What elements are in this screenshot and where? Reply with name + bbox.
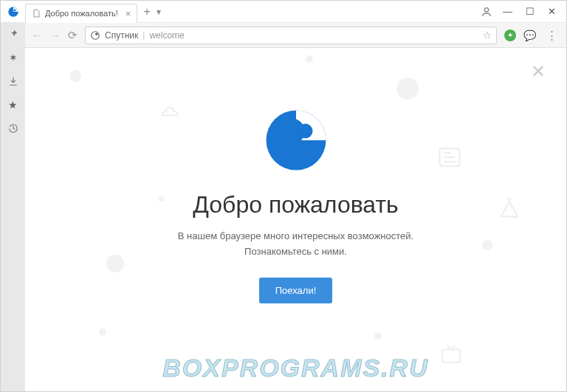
url-brand: Спутник [105, 30, 138, 41]
svg-point-1 [13, 9, 16, 11]
tab-title: Добро пожаловать! [45, 9, 118, 18]
welcome-panel: Добро пожаловать В нашем браузере много … [25, 48, 566, 303]
reload-button[interactable]: ⟳ [68, 29, 78, 42]
bg-dot [374, 332, 382, 340]
svg-point-8 [298, 124, 312, 139]
forward-button[interactable]: → [49, 29, 61, 41]
browser-tab[interactable]: Добро пожаловать! × [25, 4, 137, 23]
sidebar-settings-icon[interactable]: ✶ [7, 51, 20, 64]
address-bar: ← → ⟳ Спутник | welcome ☆ ✦ 💬 ⋮ [25, 23, 566, 48]
url-input[interactable]: Спутник | welcome ☆ [85, 27, 497, 44]
chat-icon[interactable]: 💬 [523, 30, 536, 41]
new-tab-button[interactable]: + [143, 5, 150, 18]
svg-point-4 [95, 32, 98, 35]
close-window-button[interactable]: ✕ [548, 6, 556, 17]
watermark-text: BOXPROGRAMS.RU [162, 354, 428, 382]
sidebar-history-icon[interactable] [7, 122, 20, 135]
svg-rect-6 [442, 349, 460, 362]
bg-tv-icon [439, 343, 463, 369]
extension-icon[interactable]: ✦ [504, 30, 516, 41]
svg-point-3 [92, 31, 100, 39]
sidebar-bookmarks-icon[interactable]: ★ [7, 98, 20, 111]
sidebar: ✶ ★ [1, 23, 25, 391]
browser-logo-icon [7, 6, 19, 18]
svg-point-2 [484, 7, 488, 11]
welcome-heading: Добро пожаловать [193, 191, 399, 219]
maximize-button[interactable]: ☐ [526, 6, 535, 17]
menu-button[interactable]: ⋮ [543, 29, 560, 42]
url-path: welcome [149, 30, 184, 41]
page-content: ✕ Добро пожаловать В нашем браузере мног… [25, 48, 566, 391]
welcome-logo-icon [263, 107, 329, 173]
sidebar-pin-icon[interactable] [7, 27, 20, 41]
titlebar: Добро пожаловать! × + ▾ — ☐ ✕ [1, 1, 566, 23]
start-button[interactable]: Поехали! [259, 278, 333, 303]
user-icon[interactable] [481, 6, 492, 18]
tab-dropdown-icon[interactable]: ▾ [157, 7, 161, 17]
sputnik-icon [90, 30, 100, 41]
window-controls: — ☐ ✕ [503, 6, 566, 17]
titlebar-logo-slot [1, 6, 25, 18]
minimize-button[interactable]: — [503, 6, 512, 17]
tab-close-icon[interactable]: × [126, 8, 131, 19]
welcome-subtext: В нашем браузере много интересных возмож… [178, 229, 413, 260]
bg-dot [99, 329, 106, 336]
bookmark-star-icon[interactable]: ☆ [483, 30, 492, 41]
back-button[interactable]: ← [31, 29, 42, 41]
sidebar-downloads-icon[interactable] [7, 75, 20, 88]
page-icon [32, 9, 41, 18]
